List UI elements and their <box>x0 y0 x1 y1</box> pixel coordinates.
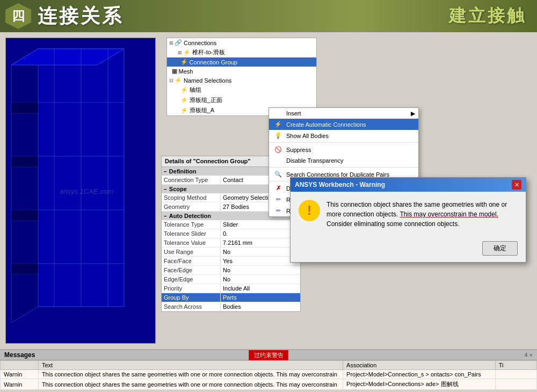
conn-group-icon: ⚡ <box>180 59 188 66</box>
col-header-text: Text <box>38 361 343 370</box>
prop-row-userange: Use Range No <box>162 248 300 257</box>
prop-value: Include All <box>221 284 300 293</box>
zhouzu-icon: ⚡ <box>180 86 188 93</box>
expand-icon <box>169 69 171 74</box>
dialog-titlebar: ANSYS Workbench - Warning ✕ <box>291 178 526 192</box>
expand-icon <box>178 98 179 103</box>
msg-ti <box>495 370 536 379</box>
menu-item-insert[interactable]: Insert ▶ <box>269 108 418 119</box>
rename-def-icon: ✏ <box>273 207 283 214</box>
menu-item-label: Search Connections for Duplicate Pairs <box>286 171 389 178</box>
menu-item-suppress[interactable]: 🚫 Suppress <box>269 144 418 155</box>
col-header-type <box>1 361 39 370</box>
prop-value: 0. <box>221 229 300 238</box>
prop-label: Search Across <box>162 302 221 311</box>
menu-item-label: Show All Bodies <box>286 133 329 139</box>
msg-text: This connection object shares the same g… <box>38 379 343 390</box>
menu-item-label: Create Automatic Connections <box>286 121 366 128</box>
msg-assoc: Project>Model>Connections> ade> 图解线 <box>343 379 496 390</box>
msg-text: This connection object shares the same g… <box>38 370 343 379</box>
prop-label: Scoping Method <box>162 193 221 202</box>
msg-assoc: Project>Model>Connection_s > ontacts> co… <box>343 370 496 379</box>
prop-label: Group By <box>162 293 221 302</box>
tree-item-mesh[interactable]: ▦ Mesh <box>167 67 316 76</box>
table-row: Warnin This connection object shares the… <box>1 379 537 390</box>
collapse-icon: − <box>164 169 167 175</box>
tree-item-conn-group[interactable]: ⚡ Connection Group <box>167 57 316 67</box>
messages-table: Text Association Ti Warnin This connecti… <box>0 360 537 390</box>
tree-item-zhouzu[interactable]: ⚡ 轴组 <box>167 85 316 95</box>
prop-value: Parts <box>221 293 300 302</box>
ok-button[interactable]: 确定 <box>482 241 518 256</box>
viewport-3d: ansys.1CAE.com <box>5 38 156 344</box>
expand-icon: ⊞ <box>178 50 182 55</box>
dialog-message-line1: This connection object shares the same g… <box>326 201 507 208</box>
prop-row-tolslider: Tolerance Slider 0. <box>162 229 300 238</box>
prop-row-priority: Priority Include All <box>162 284 300 293</box>
prop-row-edgeedge: Edge/Edge No <box>162 275 300 284</box>
expand-icon <box>178 60 179 65</box>
prop-row-faceedge: Face/Edge No <box>162 266 300 275</box>
tree-item-connections[interactable]: ⊞ 🔗 Connections <box>167 38 316 47</box>
svg-rect-10 <box>11 103 38 113</box>
dialog-body: ! This connection object shares the same… <box>291 192 526 237</box>
expand-icon <box>178 108 179 113</box>
header-right-title: 建立接触 <box>449 4 526 28</box>
tree-item-label: Connections <box>184 40 216 46</box>
suppress-icon: 🚫 <box>273 146 283 153</box>
tree-item-named-sel[interactable]: ⊟ ⚡ Named Selections <box>167 76 316 85</box>
prop-value: No <box>221 266 300 274</box>
search-dup-icon: 🔍 <box>273 171 283 178</box>
dialog-title: ANSYS Workbench - Warning <box>295 181 385 188</box>
separator <box>269 142 418 143</box>
prop-value: No <box>221 275 300 284</box>
dialog-message-underline: This may overconstrain the model. <box>400 210 498 218</box>
prop-row-groupby: Group By Parts <box>162 293 300 302</box>
huaban-icon: ⚡ <box>180 97 188 104</box>
dialog-close-button[interactable]: ✕ <box>512 180 521 190</box>
prop-row-toltype: Tolerance Type Slider <box>162 220 300 229</box>
menu-item-show-bodies[interactable]: 💡 Show All Bodies <box>269 130 418 141</box>
tree-item-conn1[interactable]: ⊞ ⚡ 椎杆-to-滑板 <box>167 47 316 57</box>
dialog-message-line2: more connection objects. <box>326 210 398 218</box>
create-auto-icon: ⚡ <box>273 121 283 128</box>
svg-marker-1 <box>11 49 38 323</box>
dialog-message-line3: Consider eliminating some connection obj… <box>326 220 459 228</box>
menu-item-label: Suppress <box>286 147 311 153</box>
expand-icon: ⊞ <box>169 40 173 46</box>
prop-value: Bodies <box>221 302 300 311</box>
svg-rect-11 <box>11 156 38 167</box>
menu-item-disable-trans[interactable]: Disable Transparency <box>269 155 418 166</box>
svg-text:ansys.1CAE.com: ansys.1CAE.com <box>60 187 113 195</box>
mesh-icon: ▦ <box>172 68 177 75</box>
header-title: 连接关系 <box>38 3 124 30</box>
collapse-icon: − <box>164 213 167 219</box>
tree-item-label: Connection Group <box>190 59 237 66</box>
rename-icon: ✏ <box>273 196 283 203</box>
prop-label: Edge/Edge <box>162 275 221 284</box>
prop-row-faceface: Face/Face Yes <box>162 257 300 266</box>
prop-row-tolvalue: Tolerance Value 7.2161 mm <box>162 238 300 248</box>
section-label: Auto Detection <box>169 213 211 219</box>
header: 四 连接关系 建立接触 <box>0 0 537 32</box>
msg-type: Warnin <box>1 379 39 390</box>
menu-item-label: Insert <box>286 110 301 117</box>
collapse-icon: − <box>164 186 167 192</box>
expand-icon: ⊟ <box>169 78 173 83</box>
prop-value: Slider <box>221 220 300 229</box>
section-label: Definition <box>169 168 197 175</box>
msg-type: Warnin <box>1 370 39 379</box>
menu-item-create-auto[interactable]: ⚡ Create Automatic Connections <box>269 119 418 130</box>
separator <box>269 167 418 168</box>
huaban2-icon: ⚡ <box>180 107 188 114</box>
header-badge: 四 <box>5 3 31 29</box>
prop-label: Face/Face <box>162 257 221 265</box>
prop-label: Face/Edge <box>162 266 221 274</box>
tree-panel: ⊞ 🔗 Connections ⊞ ⚡ 椎杆-to-滑板 ⚡ Connectio… <box>166 38 317 116</box>
tree-item-huaban[interactable]: ⚡ 滑板组_正面 <box>167 95 316 105</box>
prop-label: Tolerance Value <box>162 238 221 247</box>
prop-value: Yes <box>221 257 300 265</box>
submenu-arrow-icon: ▶ <box>411 110 415 117</box>
prop-label: Use Range <box>162 248 221 256</box>
prop-label: Tolerance Type <box>162 220 221 229</box>
